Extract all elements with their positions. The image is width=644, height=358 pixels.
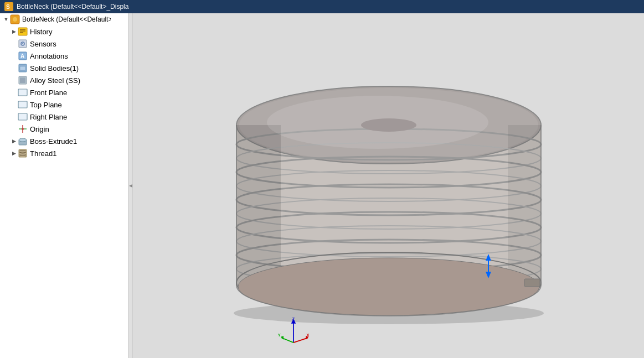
thread1-label: Thread1 <box>30 149 56 158</box>
solid-bodies-icon <box>18 63 28 73</box>
sensors-icon <box>18 39 28 49</box>
front-plane-icon <box>18 87 28 97</box>
svg-point-26 <box>22 128 24 130</box>
sensors-label: Sensors <box>30 40 56 48</box>
right-plane-label: Right Plane <box>30 113 67 121</box>
tree-item-top-plane[interactable]: ▶ Top Plane <box>0 98 132 111</box>
bottle-cap-3d <box>200 42 577 330</box>
svg-rect-14 <box>20 66 25 70</box>
boss-extrude-icon <box>18 136 28 146</box>
history-icon <box>18 27 28 37</box>
boss-extrude1-label: Boss-Extrude1 <box>30 137 77 146</box>
svg-text:Y: Y <box>278 333 281 338</box>
part-icon <box>10 14 20 24</box>
bottleneck-label: BottleNeck (Default<<Default>_Displa <box>22 15 111 23</box>
svg-rect-21 <box>18 89 27 96</box>
title-bar: S BottleNeck (Default<<Default>_Displa <box>0 0 644 13</box>
tree-item-boss-extrude1[interactable]: ▶ Boss-Extrude1 <box>0 135 132 147</box>
expand-arrow-history[interactable]: ▶ <box>10 28 18 35</box>
svg-text:Z: Z <box>292 317 295 321</box>
tree-item-sensors[interactable]: ▶ Sensors <box>0 38 132 50</box>
top-plane-label: Top Plane <box>30 101 62 109</box>
svg-text:X: X <box>306 333 310 338</box>
thread-icon <box>18 148 28 158</box>
tree-item-right-plane[interactable]: ▶ Right Plane <box>0 111 132 123</box>
3d-viewport[interactable]: Z X Y <box>133 13 644 358</box>
app-icon: S <box>4 2 13 11</box>
tree-item-front-plane[interactable]: ▶ Front Plane <box>0 86 132 98</box>
right-plane-icon <box>18 112 28 122</box>
svg-point-50 <box>238 258 539 315</box>
annotations-label: Annotations <box>30 52 68 60</box>
svg-point-28 <box>19 138 27 142</box>
svg-rect-51 <box>524 279 540 287</box>
svg-rect-22 <box>18 101 27 108</box>
svg-rect-45 <box>236 125 281 286</box>
svg-rect-4 <box>18 28 27 35</box>
svg-line-57 <box>293 338 308 343</box>
feature-tree-panel: ▼ BottleNeck (Default<<Default>_Displa ▶ <box>0 13 133 358</box>
title-text: BottleNeck (Default<<Default>_Displa <box>17 3 128 11</box>
3d-object-container <box>133 13 644 358</box>
tree-item-thread1[interactable]: ▶ Thread1 <box>0 147 132 159</box>
tree-item-history[interactable]: ▶ History <box>0 25 132 38</box>
tree-item-origin[interactable]: ▶ Origin <box>0 123 132 135</box>
svg-marker-60 <box>281 336 284 340</box>
tree-item-material[interactable]: ▶ Alloy Steel (SS) <box>0 74 132 86</box>
tree-item-bottleneck[interactable]: ▼ BottleNeck (Default<<Default>_Displa <box>0 13 132 25</box>
svg-text:S: S <box>6 4 10 10</box>
main-area: ▼ BottleNeck (Default<<Default>_Displa ▶ <box>0 13 644 358</box>
svg-point-48 <box>361 118 416 132</box>
svg-point-10 <box>22 43 23 44</box>
expand-arrow-bottleneck[interactable]: ▼ <box>2 15 10 23</box>
solid-bodies-label: Solid Bodies(1) <box>30 64 79 72</box>
top-plane-icon <box>18 100 28 110</box>
svg-text:A: A <box>20 53 24 59</box>
history-label: History <box>30 28 52 36</box>
svg-rect-46 <box>508 125 541 286</box>
svg-rect-23 <box>18 113 27 120</box>
sidebar-collapse-handle[interactable] <box>128 13 132 358</box>
material-icon <box>18 75 28 85</box>
annotations-icon: A <box>18 51 28 61</box>
origin-icon <box>18 124 28 134</box>
coordinate-axes: Z X Y <box>277 317 310 350</box>
expand-arrow-thread[interactable]: ▶ <box>10 149 18 157</box>
front-plane-label: Front Plane <box>30 89 67 97</box>
tree-item-solid-bodies[interactable]: ▶ Solid Bodies(1) <box>0 62 132 74</box>
tree-item-annotations[interactable]: ▶ A Annotations <box>0 50 132 62</box>
expand-arrow-boss[interactable]: ▶ <box>10 137 18 145</box>
svg-point-3 <box>13 17 17 22</box>
material-label: Alloy Steel (SS) <box>30 76 80 85</box>
origin-label: Origin <box>30 125 49 133</box>
